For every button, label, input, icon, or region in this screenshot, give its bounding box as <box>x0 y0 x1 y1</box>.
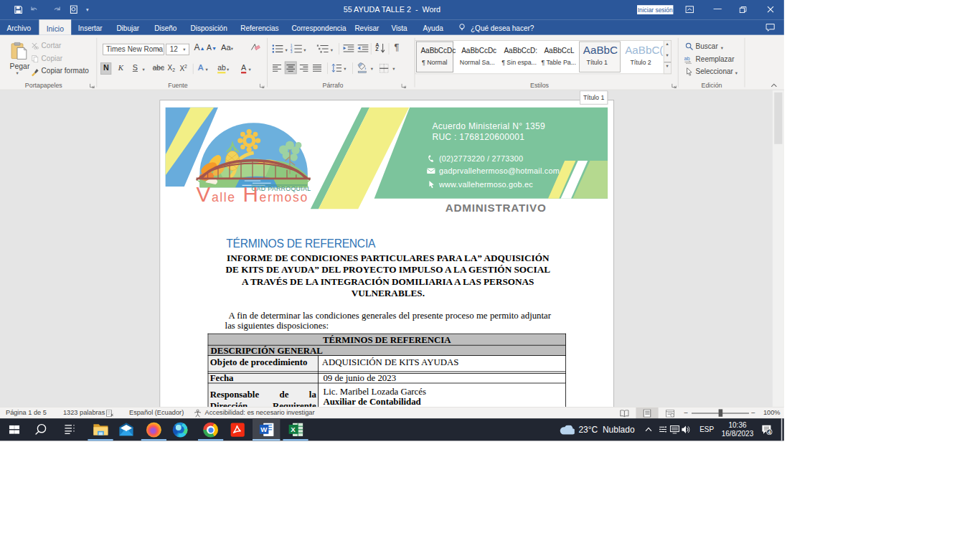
svg-text:W: W <box>260 425 268 433</box>
svg-text:3: 3 <box>291 50 293 53</box>
svg-text:4: 4 <box>768 430 771 435</box>
svg-text:X: X <box>291 425 296 433</box>
svg-text:ab: ab <box>684 56 690 62</box>
svg-text:gadprvallehermoso@hotmail.com: gadprvallehermoso@hotmail.com <box>439 166 560 175</box>
svg-text:Acuerdo Ministerial N° 1359: Acuerdo Ministerial N° 1359 <box>432 121 545 131</box>
svg-text:www.vallehermoso.gob.ec: www.vallehermoso.gob.ec <box>438 180 533 189</box>
svg-text:(02)2773220 / 2773300: (02)2773220 / 2773300 <box>439 154 523 163</box>
svg-text:RUC : 1768120600001: RUC : 1768120600001 <box>432 132 524 142</box>
